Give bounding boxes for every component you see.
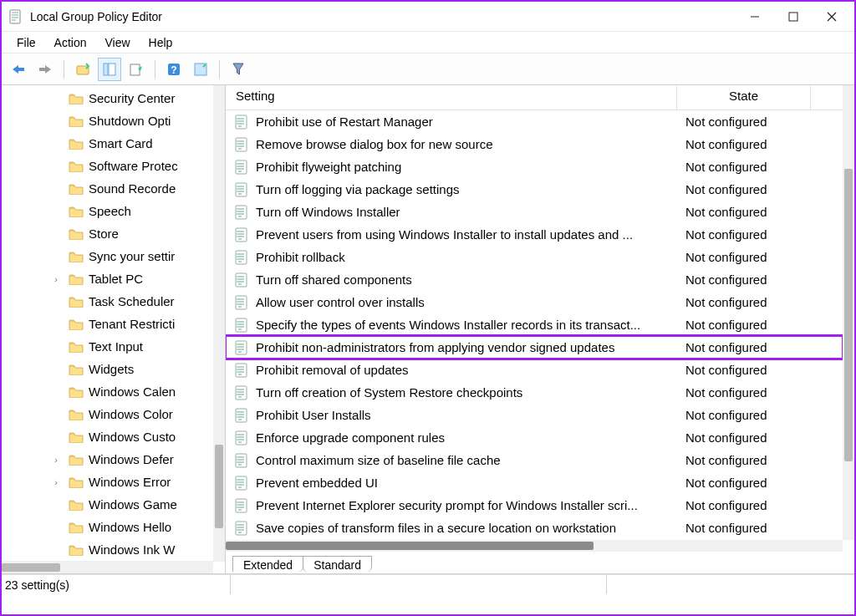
svg-rect-39 [236,273,247,287]
properties-icon [193,62,208,77]
forward-button[interactable] [33,58,57,81]
svg-rect-51 [236,341,247,354]
menu-file[interactable]: File [8,34,44,51]
column-header-setting[interactable]: Setting [226,85,677,109]
setting-row[interactable]: Turn off Windows InstallerNot configured [226,201,843,223]
expand-icon[interactable]: › [50,477,62,487]
settings-list[interactable]: Prohibit use of Restart ManagerNot confi… [226,110,843,540]
tree-item-label: Tablet PC [89,272,143,286]
svg-point-45 [237,301,238,303]
tab-extended[interactable]: Extended [232,556,303,572]
tree-horizontal-scrollbar[interactable] [2,562,213,573]
scrollbar-thumb[interactable] [215,445,223,528]
setting-row[interactable]: Prohibit User InstallsNot configured [226,404,843,426]
setting-icon [234,340,249,355]
setting-row[interactable]: Prohibit rollbackNot configured [226,246,843,268]
setting-row[interactable]: Enforce upgrade component rulesNot confi… [226,426,843,449]
setting-row[interactable]: Save copies of transform files in a secu… [226,517,843,539]
tree-item[interactable]: ›Tablet PC [2,267,213,290]
setting-icon [234,295,249,310]
tree-item[interactable]: Windows Game [2,493,213,516]
toolbar: ? [2,53,854,85]
tree-item[interactable]: Store [2,222,213,245]
menu-help[interactable]: Help [140,34,181,51]
minimize-button[interactable] [736,3,774,30]
setting-icon [234,250,249,265]
setting-icon [234,385,249,400]
export-button[interactable] [125,58,148,81]
setting-row[interactable]: Prohibit use of Restart ManagerNot confi… [226,110,843,133]
back-button[interactable] [7,58,30,81]
svg-text:?: ? [171,64,176,76]
setting-row[interactable]: Allow user control over installsNot conf… [226,291,843,313]
tree-item-label: Windows Calen [89,384,176,399]
filter-button[interactable] [227,58,250,81]
scrollbar-thumb[interactable] [2,563,60,572]
maximize-button[interactable] [774,3,813,30]
tree-pane: Security CenterShutdown OptiSmart CardSo… [2,85,226,573]
tree-item[interactable]: Sync your settir [2,245,213,267]
folder-icon [69,341,84,353]
tree-list[interactable]: Security CenterShutdown OptiSmart CardSo… [2,85,213,562]
tab-standard[interactable]: Standard [303,556,372,572]
setting-row[interactable]: Prevent users from using Windows Install… [226,223,843,246]
details-horizontal-scrollbar[interactable] [226,540,843,552]
svg-point-29 [237,211,238,212]
svg-point-56 [237,366,238,368]
up-button[interactable] [71,58,94,81]
tree-toggle-button[interactable] [98,58,121,81]
svg-point-32 [237,231,238,232]
state-label: Not configured [682,340,816,354]
tree-item[interactable]: Speech [2,200,213,222]
setting-row[interactable]: Specify the types of events Windows Inst… [226,313,843,336]
tree-item[interactable]: ›Windows Error [2,471,213,493]
folder-icon [69,228,84,240]
tree-item-label: Speech [89,204,131,218]
details-vertical-scrollbar[interactable] [843,85,854,540]
setting-row[interactable]: Prohibit non-administrators from applyin… [226,336,843,359]
properties-button[interactable] [189,58,212,81]
menu-action[interactable]: Action [46,34,95,51]
tree-item[interactable]: Windows Color [2,403,213,425]
tree-item[interactable]: Windows Custo [2,425,213,448]
maximize-icon [788,12,798,22]
scrollbar-thumb[interactable] [844,169,853,461]
setting-row[interactable]: Prevent Internet Explorer security promp… [226,494,843,517]
svg-rect-2 [18,68,24,71]
help-button[interactable]: ? [162,58,186,81]
expand-icon[interactable]: › [50,274,62,284]
toolbar-separator [155,60,155,79]
setting-row[interactable]: Remove browse dialog box for new sourceN… [226,133,843,155]
scrollbar-thumb[interactable] [226,542,594,550]
setting-row[interactable]: Prohibit removal of updatesNot configure… [226,359,843,381]
setting-row[interactable]: Control maximum size of baseline file ca… [226,449,843,471]
tree-item[interactable]: Text Input [2,335,213,358]
close-button[interactable] [813,3,851,30]
tree-item[interactable]: Widgets [2,358,213,380]
tree-item[interactable]: Windows Hello [2,516,213,538]
tree-item[interactable]: ›Windows Defer [2,448,213,471]
tree-item[interactable]: Windows Calen [2,380,213,403]
tree-item[interactable]: Windows Ink W [2,538,213,561]
tree-item[interactable]: Task Scheduler [2,290,213,313]
setting-row[interactable]: Prevent embedded UINot configured [226,471,843,494]
setting-row[interactable]: Prohibit flyweight patchingNot configure… [226,155,843,178]
expand-icon[interactable]: › [50,455,62,465]
tree-vertical-scrollbar[interactable] [213,85,225,562]
setting-row[interactable]: Turn off creation of System Restore chec… [226,381,843,404]
tree-item-label: Security Center [89,91,175,105]
tree-item[interactable]: Tenant Restricti [2,313,213,335]
svg-point-77 [237,481,238,483]
setting-icon [234,115,249,130]
tree-item[interactable]: Sound Recorde [2,177,213,200]
setting-row[interactable]: Turn off shared componentsNot configured [226,268,843,291]
tree-item[interactable]: Security Center [2,87,213,109]
tree-item[interactable]: Shutdown Opti [2,109,213,132]
column-header-state[interactable]: State [677,85,811,109]
tree-item[interactable]: Software Protec [2,155,213,177]
menu-view[interactable]: View [96,34,138,51]
setting-row[interactable]: Turn off logging via package settingsNot… [226,178,843,201]
tree-item-label: Windows Hello [89,520,171,534]
svg-point-18 [237,145,238,147]
tree-item[interactable]: Smart Card [2,132,213,155]
